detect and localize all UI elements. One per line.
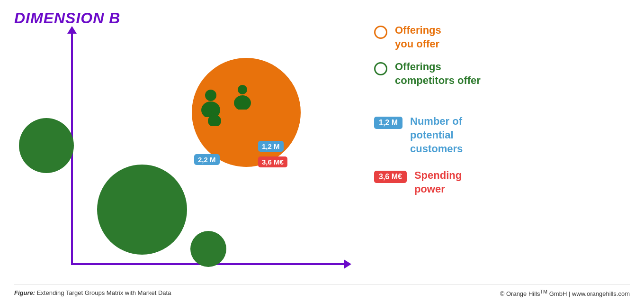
svg-point-2 bbox=[238, 85, 247, 94]
circle-green-small-left bbox=[19, 118, 74, 173]
legend-badge-spending: 3,6 M€ bbox=[374, 171, 407, 183]
page-container: DIMENSION B bbox=[0, 0, 644, 303]
badge-spending: 3,6 M€ bbox=[258, 156, 287, 167]
legend-circle-green bbox=[374, 62, 387, 75]
circle-green-small-bottom bbox=[190, 231, 226, 267]
legend-label-green: Offeringscompetitors offer bbox=[395, 60, 481, 87]
legend-item-green: Offeringscompetitors offer bbox=[374, 60, 630, 87]
footer-figure-caption: Figure: Extending Target Groups Matrix w… bbox=[14, 289, 171, 296]
chart-plot: 2,2 M 1,2 M 3,6 M€ bbox=[14, 32, 355, 294]
footer-figure-label: Figure: bbox=[14, 289, 35, 296]
chart-title: DIMENSION B bbox=[14, 9, 355, 27]
circle-green-large-bottom bbox=[97, 165, 187, 255]
svg-point-3 bbox=[234, 95, 251, 110]
badge-customers-right: 1,2 M bbox=[258, 141, 284, 152]
legend-item-customers: 1,2 M Number ofpotentialcustomers bbox=[374, 115, 630, 156]
legend-item-spending: 3,6 M€ Spendingpower bbox=[374, 169, 630, 196]
person-icon-right bbox=[232, 84, 253, 110]
svg-point-0 bbox=[205, 90, 216, 101]
legend-circle-orange bbox=[374, 26, 387, 39]
person-icon-small bbox=[206, 105, 223, 126]
footer-figure-text: Extending Target Groups Matrix with Mark… bbox=[37, 289, 171, 296]
badge-customers-left: 2,2 M bbox=[194, 154, 220, 165]
footer: Figure: Extending Target Groups Matrix w… bbox=[14, 285, 630, 297]
legend-area: Offeringsyou offer Offeringscompetitors … bbox=[355, 9, 630, 294]
legend-text-spending: Spendingpower bbox=[414, 169, 462, 196]
svg-point-4 bbox=[211, 106, 218, 114]
legend-text-customers: Number ofpotentialcustomers bbox=[410, 115, 463, 156]
chart-area: DIMENSION B bbox=[14, 9, 355, 294]
svg-point-5 bbox=[208, 115, 221, 126]
footer-tm: TM bbox=[540, 289, 547, 294]
legend-item-orange: Offeringsyou offer bbox=[374, 24, 630, 51]
legend-label-orange: Offeringsyou offer bbox=[395, 24, 441, 51]
footer-copyright: © Orange HillsTM GmbH | www.orangehills.… bbox=[500, 289, 630, 297]
legend-badge-customers: 1,2 M bbox=[374, 117, 402, 129]
